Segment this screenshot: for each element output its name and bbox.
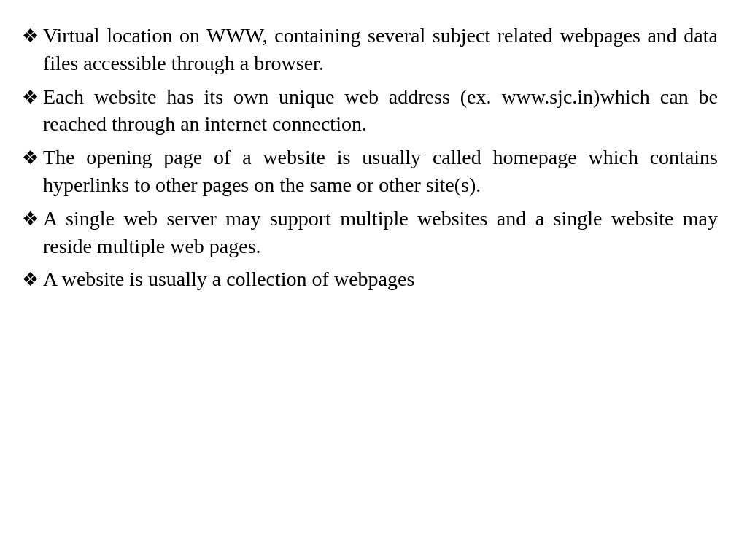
bullet-diamond-1: ❖ xyxy=(22,23,39,49)
bullet-text-5: A website is usually a collection of web… xyxy=(43,265,718,293)
bullet-list: ❖ Virtual location on WWW, containing se… xyxy=(22,22,718,299)
bullet-diamond-5: ❖ xyxy=(22,267,39,292)
list-item: ❖ The opening page of a website is usual… xyxy=(22,144,718,199)
list-item: ❖ A website is usually a collection of w… xyxy=(22,265,718,293)
slide-container: ❖ Virtual location on WWW, containing se… xyxy=(0,0,747,560)
bullet-diamond-3: ❖ xyxy=(22,145,39,171)
bullet-text-4: A single web server may support multiple… xyxy=(43,205,718,260)
bullet-diamond-4: ❖ xyxy=(22,206,39,232)
list-item: ❖ Each website has its own unique web ad… xyxy=(22,83,718,139)
bullet-diamond-2: ❖ xyxy=(22,85,39,110)
list-item: ❖ Virtual location on WWW, containing se… xyxy=(22,22,718,77)
bullet-text-2: Each website has its own unique web addr… xyxy=(43,83,718,139)
bullet-text-3: The opening page of a website is usually… xyxy=(43,144,718,199)
list-item: ❖ A single web server may support multip… xyxy=(22,205,718,260)
bullet-text-1: Virtual location on WWW, containing seve… xyxy=(43,22,718,77)
